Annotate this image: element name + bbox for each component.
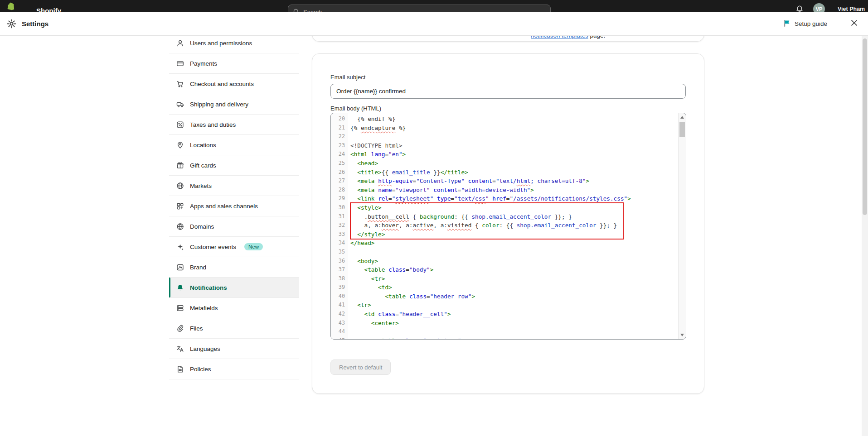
editor-scrollbar[interactable]: [678, 113, 686, 339]
settings-sidebar: Users and permissionsPaymentsCheckout an…: [169, 33, 299, 379]
page-scrollbar[interactable]: [862, 36, 868, 436]
users-icon: [175, 39, 184, 47]
sidebar-item-customer-events[interactable]: Customer eventsNew: [169, 237, 299, 257]
sidebar-item-checkout-and-accounts[interactable]: Checkout and accounts: [169, 74, 299, 94]
user-name[interactable]: Viet Pham: [838, 6, 865, 12]
code-content[interactable]: {% endif %}{% endcapture %}<!DOCTYPE htm…: [348, 113, 686, 339]
taxes-icon: [175, 121, 184, 129]
sidebar-item-gift-cards[interactable]: Gift cards: [169, 155, 299, 176]
domains-icon: [175, 223, 184, 230]
settings-title: Settings: [22, 20, 48, 28]
sidebar-item-brand[interactable]: Brand: [169, 257, 299, 278]
email-subject-label: Email subject: [330, 74, 365, 81]
gift-cards-icon: [175, 162, 184, 169]
sidebar-item-label: Customer events: [190, 244, 236, 250]
sidebar-item-notifications[interactable]: Notifications: [169, 278, 299, 298]
close-icon: [850, 19, 858, 29]
sidebar-item-label: Gift cards: [190, 162, 216, 169]
editor-scrollbar-thumb[interactable]: [679, 122, 685, 137]
scroll-up-arrow-icon[interactable]: [680, 116, 684, 119]
sidebar-item-domains[interactable]: Domains: [169, 216, 299, 237]
customer-events-icon: [175, 243, 184, 251]
sidebar-item-payments[interactable]: Payments: [169, 53, 299, 74]
sidebar-item-label: Apps and sales channels: [190, 203, 258, 210]
locations-icon: [175, 141, 184, 149]
sidebar-item-label: Brand: [190, 264, 206, 271]
sidebar-item-policies[interactable]: Policies: [169, 359, 299, 379]
sidebar-item-shipping-and-delivery[interactable]: Shipping and delivery: [169, 94, 299, 115]
notifications-icon: [175, 284, 184, 292]
sidebar-item-label: Markets: [190, 182, 212, 189]
sidebar-item-label: Files: [190, 325, 203, 332]
setup-guide-label: Setup guide: [795, 20, 827, 27]
search-icon: [293, 8, 300, 12]
sidebar-item-taxes-and-duties[interactable]: Taxes and duties: [169, 115, 299, 135]
sidebar-item-label: Domains: [190, 223, 214, 230]
metafields-icon: [175, 304, 184, 312]
sidebar-item-label: Metafields: [190, 305, 218, 311]
sidebar-item-locations[interactable]: Locations: [169, 135, 299, 155]
sidebar-item-label: Payments: [190, 60, 217, 67]
shipping-icon: [175, 101, 184, 108]
files-icon: [175, 325, 184, 332]
setup-guide-button[interactable]: Setup guide: [783, 19, 827, 29]
sidebar-item-label: Checkout and accounts: [190, 81, 254, 87]
gear-icon: [7, 19, 16, 29]
sidebar-item-languages[interactable]: Languages: [169, 339, 299, 359]
revert-to-default-button[interactable]: Revert to default: [330, 359, 391, 375]
user-avatar[interactable]: VP: [813, 3, 825, 12]
sidebar-item-metafields[interactable]: Metafields: [169, 298, 299, 318]
shopify-logo-icon[interactable]: [7, 2, 15, 12]
sidebar-item-label: Policies: [190, 366, 211, 373]
email-template-card: Email subject Email body (HTML) 20212223…: [312, 53, 704, 394]
search-placeholder: Search: [303, 9, 322, 12]
sidebar-item-label: Users and permissions: [190, 40, 252, 47]
flag-icon: [783, 19, 791, 29]
sidebar-item-apps-and-sales-channels[interactable]: Apps and sales channels: [169, 196, 299, 216]
shopify-wordmark: Shopify: [36, 7, 61, 12]
topbar-search-input[interactable]: Search: [288, 5, 551, 12]
payments-icon: [175, 60, 184, 67]
sidebar-item-label: Locations: [190, 142, 216, 149]
sidebar-item-users-and-permissions[interactable]: Users and permissions: [169, 33, 299, 53]
sidebar-item-label: Taxes and duties: [190, 121, 236, 128]
email-subject-input[interactable]: [330, 84, 686, 99]
sidebar-item-label: Shipping and delivery: [190, 101, 248, 108]
new-badge: New: [244, 243, 263, 250]
scroll-down-arrow-icon[interactable]: [680, 334, 684, 336]
email-body-editor[interactable]: 2021222324252627282930313233343536373839…: [330, 113, 686, 340]
sidebar-item-label: Notifications: [190, 284, 227, 291]
line-numbers-gutter: 2021222324252627282930313233343536373839…: [331, 113, 348, 339]
page-scrollbar-thumb[interactable]: [863, 38, 867, 215]
languages-icon: [175, 345, 184, 353]
markets-icon: [175, 182, 184, 190]
checkout-icon: [175, 80, 184, 88]
close-settings-button[interactable]: [848, 18, 860, 30]
policies-icon: [175, 365, 184, 373]
brand-icon: [175, 264, 184, 271]
apps-icon: [175, 202, 184, 210]
email-body-label: Email body (HTML): [330, 105, 381, 112]
sidebar-item-files[interactable]: Files: [169, 318, 299, 339]
sidebar-item-label: Languages: [190, 345, 220, 352]
sidebar-item-markets[interactable]: Markets: [169, 176, 299, 196]
settings-header: Settings Setup guide: [0, 12, 868, 36]
alerts-bell-icon[interactable]: [795, 5, 804, 12]
admin-topbar: Shopify Search VP Viet Pham: [0, 0, 868, 12]
